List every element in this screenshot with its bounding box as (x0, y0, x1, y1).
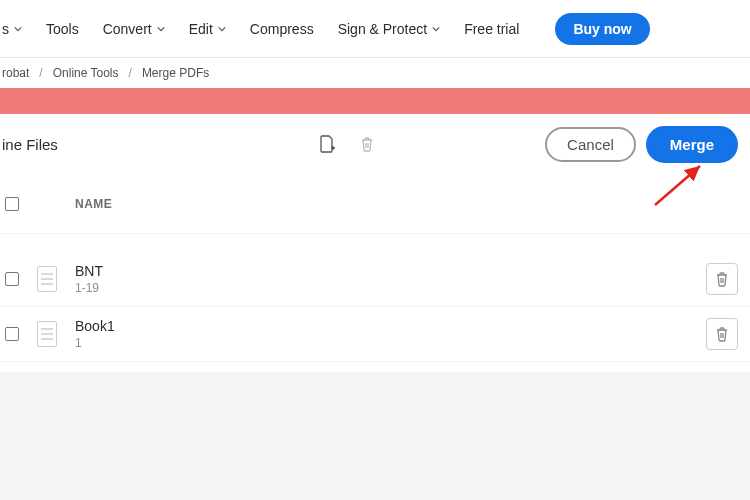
chevron-down-icon (218, 25, 226, 33)
nav-free-trial[interactable]: Free trial (464, 21, 519, 37)
breadcrumb-item[interactable]: Online Tools (53, 66, 119, 80)
column-name: NAME (75, 197, 112, 211)
breadcrumb: robat / Online Tools / Merge PDFs (0, 58, 750, 88)
add-file-icon[interactable] (318, 135, 336, 153)
file-pages: 1-19 (75, 281, 103, 295)
merge-button[interactable]: Merge (646, 126, 738, 163)
trash-icon (715, 271, 729, 287)
table-row[interactable]: Book1 1 (0, 307, 750, 362)
file-thumbnail (37, 266, 57, 292)
breadcrumb-separator: / (129, 66, 132, 80)
file-info: BNT 1-19 (75, 263, 103, 295)
page-title: ine Files (2, 136, 58, 153)
breadcrumb-item[interactable]: Merge PDFs (142, 66, 209, 80)
file-info: Book1 1 (75, 318, 115, 350)
delete-row-button[interactable] (706, 318, 738, 350)
nav-sign-protect[interactable]: Sign & Protect (338, 21, 441, 37)
trash-icon (715, 326, 729, 342)
chevron-down-icon (432, 25, 440, 33)
top-nav: s Tools Convert Edit Compress Sign & Pro… (0, 0, 750, 58)
row-checkbox[interactable] (5, 272, 19, 286)
nav-compress[interactable]: Compress (250, 21, 314, 37)
empty-area (0, 372, 750, 500)
file-name: BNT (75, 263, 103, 279)
nav-convert[interactable]: Convert (103, 21, 165, 37)
chevron-down-icon (157, 25, 165, 33)
chevron-down-icon (14, 25, 22, 33)
nav-tools[interactable]: Tools (46, 21, 79, 37)
delete-row-button[interactable] (706, 263, 738, 295)
breadcrumb-separator: / (39, 66, 42, 80)
nav-edit[interactable]: Edit (189, 21, 226, 37)
trash-icon[interactable] (358, 135, 376, 153)
row-checkbox[interactable] (5, 327, 19, 341)
file-name: Book1 (75, 318, 115, 334)
select-all-checkbox[interactable] (5, 197, 19, 211)
nav-item-truncated[interactable]: s (0, 21, 22, 37)
table-row[interactable]: BNT 1-19 (0, 252, 750, 307)
breadcrumb-item[interactable]: robat (2, 66, 29, 80)
action-header: ine Files Cancel Merge (0, 114, 750, 174)
file-thumbnail (37, 321, 57, 347)
alert-bar (0, 88, 750, 114)
file-pages: 1 (75, 336, 115, 350)
buy-now-button[interactable]: Buy now (555, 13, 649, 45)
table-header: NAME (0, 174, 750, 234)
cancel-button[interactable]: Cancel (545, 127, 636, 162)
